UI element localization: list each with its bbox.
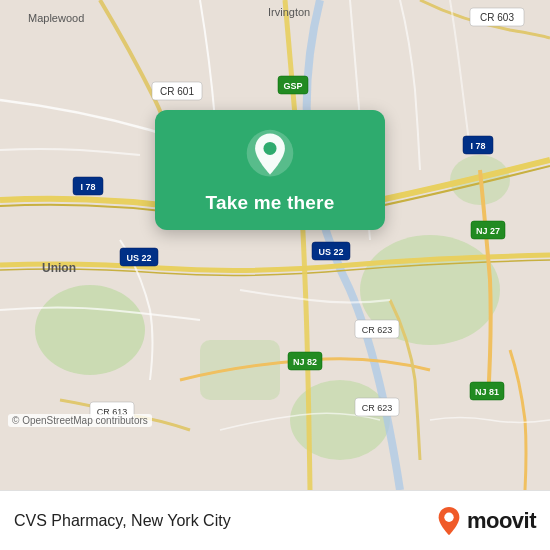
svg-text:NJ 81: NJ 81	[475, 387, 499, 397]
svg-text:Union: Union	[42, 261, 76, 275]
bottom-bar: CVS Pharmacy, New York City moovit	[0, 490, 550, 550]
map-container: CR 603 CR 601 GSP I 78 I 78 US 22 US 22 …	[0, 0, 550, 490]
svg-point-36	[263, 142, 276, 155]
take-me-there-label: Take me there	[206, 192, 335, 214]
svg-text:US 22: US 22	[318, 247, 343, 257]
svg-text:US 22: US 22	[126, 253, 151, 263]
svg-text:CR 601: CR 601	[160, 86, 194, 97]
svg-text:NJ 27: NJ 27	[476, 226, 500, 236]
svg-text:Irvington: Irvington	[268, 6, 310, 18]
svg-point-37	[444, 512, 453, 521]
svg-point-3	[290, 380, 390, 460]
svg-text:CR 623: CR 623	[362, 403, 393, 413]
svg-text:I 78: I 78	[470, 141, 485, 151]
moovit-logo: moovit	[435, 505, 536, 537]
svg-point-1	[35, 285, 145, 375]
take-me-there-card[interactable]: Take me there	[155, 110, 385, 230]
svg-text:CR 603: CR 603	[480, 12, 514, 23]
svg-text:I 78: I 78	[80, 182, 95, 192]
svg-text:CR 623: CR 623	[362, 325, 393, 335]
map-attribution: © OpenStreetMap contributors	[8, 414, 152, 427]
svg-rect-5	[200, 340, 280, 400]
location-pin-icon	[243, 128, 297, 182]
svg-text:GSP: GSP	[283, 81, 302, 91]
moovit-brand-label: moovit	[467, 508, 536, 534]
moovit-pin-icon	[435, 505, 463, 537]
svg-text:NJ 82: NJ 82	[293, 357, 317, 367]
svg-text:Maplewood: Maplewood	[28, 12, 84, 24]
location-title: CVS Pharmacy, New York City	[14, 512, 231, 530]
